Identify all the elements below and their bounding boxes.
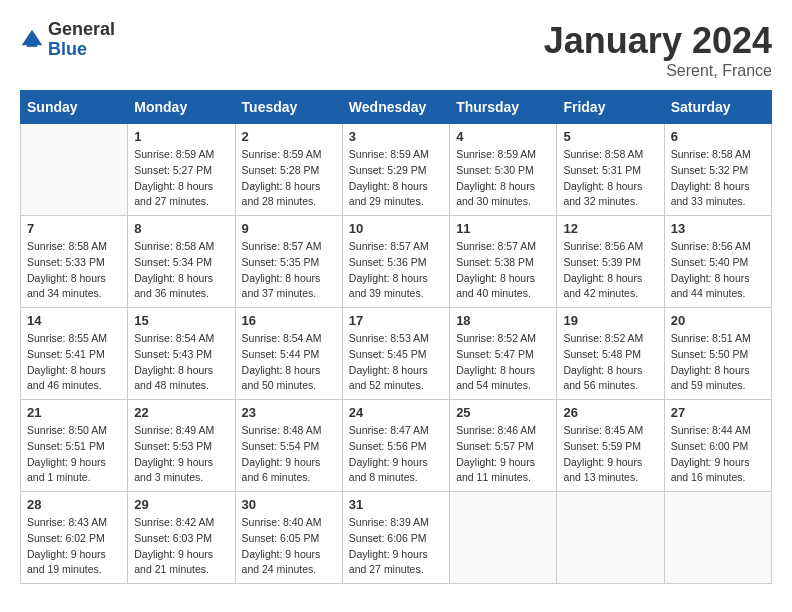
day-number: 17 (349, 313, 443, 328)
day-info: Sunrise: 8:52 AMSunset: 5:47 PMDaylight:… (456, 331, 550, 394)
calendar-cell: 11Sunrise: 8:57 AMSunset: 5:38 PMDayligh… (450, 216, 557, 308)
day-info: Sunrise: 8:49 AMSunset: 5:53 PMDaylight:… (134, 423, 228, 486)
calendar-week-row: 7Sunrise: 8:58 AMSunset: 5:33 PMDaylight… (21, 216, 772, 308)
title-block: January 2024 Serent, France (544, 20, 772, 80)
day-number: 23 (242, 405, 336, 420)
day-number: 7 (27, 221, 121, 236)
month-year: January 2024 (544, 20, 772, 62)
calendar-cell: 9Sunrise: 8:57 AMSunset: 5:35 PMDaylight… (235, 216, 342, 308)
day-header: Tuesday (235, 91, 342, 124)
day-info: Sunrise: 8:39 AMSunset: 6:06 PMDaylight:… (349, 515, 443, 578)
day-number: 13 (671, 221, 765, 236)
logo: General Blue (20, 20, 115, 60)
calendar-cell: 27Sunrise: 8:44 AMSunset: 6:00 PMDayligh… (664, 400, 771, 492)
day-number: 5 (563, 129, 657, 144)
day-number: 18 (456, 313, 550, 328)
day-info: Sunrise: 8:56 AMSunset: 5:39 PMDaylight:… (563, 239, 657, 302)
day-info: Sunrise: 8:43 AMSunset: 6:02 PMDaylight:… (27, 515, 121, 578)
calendar-cell: 6Sunrise: 8:58 AMSunset: 5:32 PMDaylight… (664, 124, 771, 216)
calendar-week-row: 1Sunrise: 8:59 AMSunset: 5:27 PMDaylight… (21, 124, 772, 216)
day-number: 25 (456, 405, 550, 420)
day-number: 16 (242, 313, 336, 328)
day-info: Sunrise: 8:46 AMSunset: 5:57 PMDaylight:… (456, 423, 550, 486)
day-info: Sunrise: 8:58 AMSunset: 5:33 PMDaylight:… (27, 239, 121, 302)
day-info: Sunrise: 8:40 AMSunset: 6:05 PMDaylight:… (242, 515, 336, 578)
day-info: Sunrise: 8:54 AMSunset: 5:43 PMDaylight:… (134, 331, 228, 394)
day-info: Sunrise: 8:50 AMSunset: 5:51 PMDaylight:… (27, 423, 121, 486)
calendar-cell: 12Sunrise: 8:56 AMSunset: 5:39 PMDayligh… (557, 216, 664, 308)
day-header: Sunday (21, 91, 128, 124)
day-number: 3 (349, 129, 443, 144)
calendar-cell: 4Sunrise: 8:59 AMSunset: 5:30 PMDaylight… (450, 124, 557, 216)
calendar-cell: 16Sunrise: 8:54 AMSunset: 5:44 PMDayligh… (235, 308, 342, 400)
calendar-week-row: 28Sunrise: 8:43 AMSunset: 6:02 PMDayligh… (21, 492, 772, 584)
day-info: Sunrise: 8:58 AMSunset: 5:31 PMDaylight:… (563, 147, 657, 210)
calendar-week-row: 14Sunrise: 8:55 AMSunset: 5:41 PMDayligh… (21, 308, 772, 400)
day-info: Sunrise: 8:59 AMSunset: 5:27 PMDaylight:… (134, 147, 228, 210)
calendar-cell: 5Sunrise: 8:58 AMSunset: 5:31 PMDaylight… (557, 124, 664, 216)
calendar-cell: 14Sunrise: 8:55 AMSunset: 5:41 PMDayligh… (21, 308, 128, 400)
calendar-cell (664, 492, 771, 584)
day-info: Sunrise: 8:44 AMSunset: 6:00 PMDaylight:… (671, 423, 765, 486)
day-info: Sunrise: 8:56 AMSunset: 5:40 PMDaylight:… (671, 239, 765, 302)
day-number: 19 (563, 313, 657, 328)
day-header: Wednesday (342, 91, 449, 124)
calendar-cell (21, 124, 128, 216)
calendar-cell: 18Sunrise: 8:52 AMSunset: 5:47 PMDayligh… (450, 308, 557, 400)
day-info: Sunrise: 8:58 AMSunset: 5:34 PMDaylight:… (134, 239, 228, 302)
day-number: 24 (349, 405, 443, 420)
day-info: Sunrise: 8:57 AMSunset: 5:38 PMDaylight:… (456, 239, 550, 302)
calendar-cell (557, 492, 664, 584)
day-info: Sunrise: 8:57 AMSunset: 5:35 PMDaylight:… (242, 239, 336, 302)
calendar-table: SundayMondayTuesdayWednesdayThursdayFrid… (20, 90, 772, 584)
day-number: 1 (134, 129, 228, 144)
page-header: General Blue January 2024 Serent, France (20, 20, 772, 80)
days-header-row: SundayMondayTuesdayWednesdayThursdayFrid… (21, 91, 772, 124)
logo-blue-text: Blue (48, 40, 115, 60)
calendar-cell: 26Sunrise: 8:45 AMSunset: 5:59 PMDayligh… (557, 400, 664, 492)
calendar-cell (450, 492, 557, 584)
calendar-cell: 3Sunrise: 8:59 AMSunset: 5:29 PMDaylight… (342, 124, 449, 216)
calendar-cell: 21Sunrise: 8:50 AMSunset: 5:51 PMDayligh… (21, 400, 128, 492)
calendar-cell: 1Sunrise: 8:59 AMSunset: 5:27 PMDaylight… (128, 124, 235, 216)
day-info: Sunrise: 8:47 AMSunset: 5:56 PMDaylight:… (349, 423, 443, 486)
calendar-cell: 31Sunrise: 8:39 AMSunset: 6:06 PMDayligh… (342, 492, 449, 584)
day-number: 22 (134, 405, 228, 420)
day-number: 11 (456, 221, 550, 236)
day-header: Saturday (664, 91, 771, 124)
calendar-cell: 24Sunrise: 8:47 AMSunset: 5:56 PMDayligh… (342, 400, 449, 492)
day-info: Sunrise: 8:59 AMSunset: 5:30 PMDaylight:… (456, 147, 550, 210)
calendar-cell: 23Sunrise: 8:48 AMSunset: 5:54 PMDayligh… (235, 400, 342, 492)
day-info: Sunrise: 8:57 AMSunset: 5:36 PMDaylight:… (349, 239, 443, 302)
calendar-cell: 25Sunrise: 8:46 AMSunset: 5:57 PMDayligh… (450, 400, 557, 492)
day-info: Sunrise: 8:58 AMSunset: 5:32 PMDaylight:… (671, 147, 765, 210)
day-info: Sunrise: 8:53 AMSunset: 5:45 PMDaylight:… (349, 331, 443, 394)
day-number: 28 (27, 497, 121, 512)
calendar-cell: 29Sunrise: 8:42 AMSunset: 6:03 PMDayligh… (128, 492, 235, 584)
calendar-cell: 2Sunrise: 8:59 AMSunset: 5:28 PMDaylight… (235, 124, 342, 216)
day-number: 12 (563, 221, 657, 236)
day-info: Sunrise: 8:51 AMSunset: 5:50 PMDaylight:… (671, 331, 765, 394)
day-number: 26 (563, 405, 657, 420)
location: Serent, France (544, 62, 772, 80)
day-number: 6 (671, 129, 765, 144)
day-number: 20 (671, 313, 765, 328)
calendar-cell: 7Sunrise: 8:58 AMSunset: 5:33 PMDaylight… (21, 216, 128, 308)
day-header: Friday (557, 91, 664, 124)
day-number: 9 (242, 221, 336, 236)
day-number: 15 (134, 313, 228, 328)
logo-icon (20, 28, 44, 52)
day-number: 14 (27, 313, 121, 328)
day-number: 30 (242, 497, 336, 512)
calendar-cell: 28Sunrise: 8:43 AMSunset: 6:02 PMDayligh… (21, 492, 128, 584)
svg-rect-1 (27, 40, 37, 47)
calendar-cell: 22Sunrise: 8:49 AMSunset: 5:53 PMDayligh… (128, 400, 235, 492)
calendar-week-row: 21Sunrise: 8:50 AMSunset: 5:51 PMDayligh… (21, 400, 772, 492)
day-number: 8 (134, 221, 228, 236)
day-header: Thursday (450, 91, 557, 124)
calendar-cell: 15Sunrise: 8:54 AMSunset: 5:43 PMDayligh… (128, 308, 235, 400)
calendar-cell: 8Sunrise: 8:58 AMSunset: 5:34 PMDaylight… (128, 216, 235, 308)
logo-general-text: General (48, 20, 115, 40)
day-number: 27 (671, 405, 765, 420)
calendar-cell: 20Sunrise: 8:51 AMSunset: 5:50 PMDayligh… (664, 308, 771, 400)
